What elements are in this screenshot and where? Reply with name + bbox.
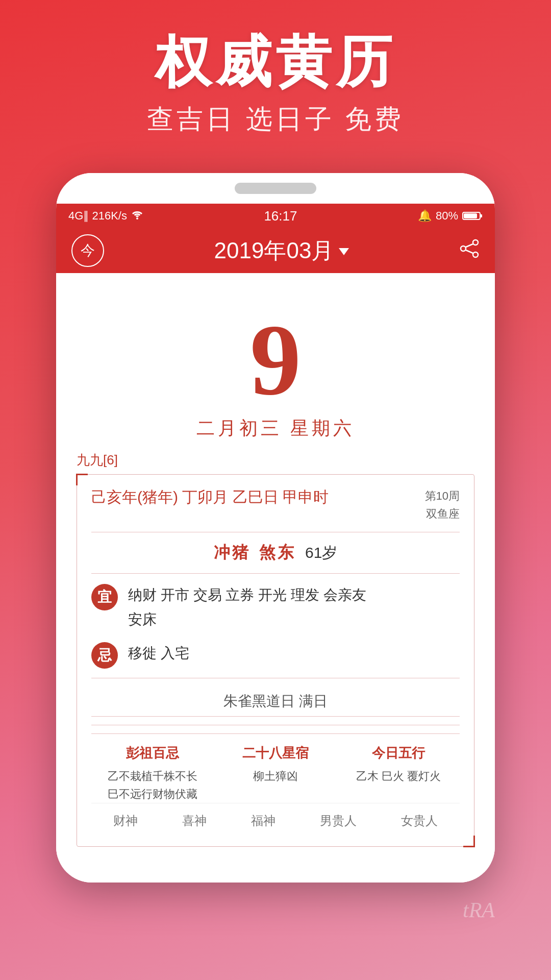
today-button[interactable]: 今	[71, 234, 104, 267]
yi-label: 宜	[97, 587, 112, 607]
battery-text: 80%	[436, 209, 458, 223]
sub-title: 查吉日 选日子 免费	[147, 102, 405, 137]
signal-text: 4G∥ 216K/s	[68, 209, 127, 223]
week-label: 第10周	[425, 487, 460, 505]
main-title: 权威黄历	[155, 31, 396, 92]
phone-bezel-top	[56, 173, 495, 204]
chong-age: 61岁	[305, 544, 337, 561]
divider1	[91, 678, 460, 678]
big-day-number: 9	[250, 309, 301, 411]
nine-nine-label: 九九[6]	[77, 451, 474, 469]
status-time: 16:17	[264, 208, 297, 224]
col-wuxing: 今日五行 乙木 巳火 覆灯火	[337, 744, 460, 803]
col1-title: 彭祖百忌	[126, 744, 179, 762]
col-pengzu: 彭祖百忌 乙不栽植千株不长巳不远行财物伏藏	[91, 744, 214, 803]
wifi-icon	[131, 209, 143, 223]
three-col: 彭祖百忌 乙不栽植千株不长巳不远行财物伏藏 二十八星宿 柳土獐凶 今日五行 乙木…	[91, 733, 460, 803]
footer-labels: 财神 喜神 福神 男贵人 女贵人	[91, 803, 460, 834]
top-section: 权威黄历 查吉日 选日子 免费	[0, 0, 551, 158]
ganzhi-main: 己亥年(猪年) 丁卯月 乙巳日 甲申时	[91, 487, 329, 508]
footer-label-0: 财神	[113, 813, 138, 829]
col3-title: 今日五行	[372, 744, 425, 762]
battery-icon	[462, 211, 483, 221]
watermark: tRA	[463, 898, 495, 922]
footer-label-3: 男贵人	[320, 813, 357, 829]
footer-label-4: 女贵人	[401, 813, 438, 829]
svg-line-8	[466, 250, 473, 253]
main-content: 9 二月初三 星期六 九九[6] 己亥年(猪年) 丁卯月 乙巳日 甲申时 第10…	[56, 273, 495, 857]
share-icon	[459, 238, 480, 259]
today-label: 今	[81, 241, 95, 260]
col-xingxiu: 二十八星宿 柳土獐凶	[214, 744, 337, 803]
ji-label: 忌	[97, 646, 112, 665]
status-bar: 4G∥ 216K/s 16:17 🔔 80%	[56, 204, 495, 228]
chong-row: 冲猪 煞东 61岁	[91, 542, 460, 574]
chong-text: 冲猪	[214, 543, 251, 561]
footer-label-1: 喜神	[182, 813, 207, 829]
divider2	[91, 725, 460, 725]
svg-point-4	[473, 240, 478, 245]
ji-row: 忌 移徙 入宅	[91, 641, 460, 669]
svg-point-5	[461, 246, 466, 251]
phone-bezel-bottom	[56, 857, 495, 883]
svg-point-0	[136, 217, 138, 219]
special-day: 朱雀黑道日 满日	[91, 687, 460, 717]
phone-speaker	[235, 183, 316, 194]
month-text: 2019年03月	[214, 236, 334, 266]
alarm-icon: 🔔	[418, 209, 432, 223]
svg-point-6	[473, 252, 478, 257]
ji-badge: 忌	[91, 642, 118, 669]
status-left: 4G∥ 216K/s	[68, 209, 143, 223]
date-display: 9 二月初三 星期六	[77, 293, 474, 451]
svg-rect-2	[480, 214, 482, 217]
footer-label-2: 福神	[251, 813, 276, 829]
zodiac-label: 双鱼座	[425, 505, 460, 523]
ganzhi-row: 己亥年(猪年) 丁卯月 乙巳日 甲申时 第10周 双鱼座	[91, 487, 460, 532]
sha-text: 煞东	[259, 543, 296, 561]
ji-content: 移徙 入宅	[128, 641, 189, 666]
bottom-area: tRA	[56, 898, 495, 922]
col3-content: 乙木 巳火 覆灯火	[356, 767, 441, 785]
month-selector[interactable]: 2019年03月	[214, 236, 349, 266]
share-button[interactable]	[459, 238, 480, 263]
yi-badge: 宜	[91, 584, 118, 610]
yi-content: 纳财 开市 交易 立券 开光 理发 会亲友安床	[128, 583, 366, 631]
col2-title: 二十八星宿	[242, 744, 309, 762]
dropdown-arrow-icon	[339, 248, 349, 255]
phone-mockup: 4G∥ 216K/s 16:17 🔔 80% 今	[56, 173, 495, 883]
col2-content: 柳土獐凶	[253, 767, 298, 785]
status-right: 🔔 80%	[418, 209, 483, 223]
svg-line-7	[466, 244, 473, 247]
yi-row: 宜 纳财 开市 交易 立券 开光 理发 会亲友安床	[91, 583, 460, 631]
svg-rect-3	[464, 213, 477, 218]
app-header: 今 2019年03月	[56, 228, 495, 273]
col1-content: 乙不栽植千株不长巳不远行财物伏藏	[108, 767, 197, 803]
info-card: 己亥年(猪年) 丁卯月 乙巳日 甲申时 第10周 双鱼座 冲猪 煞东 61岁 宜	[77, 474, 474, 847]
lunar-date: 二月初三 星期六	[196, 416, 355, 441]
ganzhi-side: 第10周 双鱼座	[425, 487, 460, 523]
